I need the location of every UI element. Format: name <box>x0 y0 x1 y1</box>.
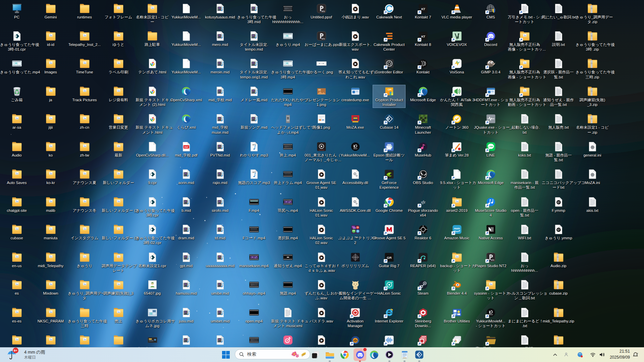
svg-text:z: z <box>637 352 638 355</box>
